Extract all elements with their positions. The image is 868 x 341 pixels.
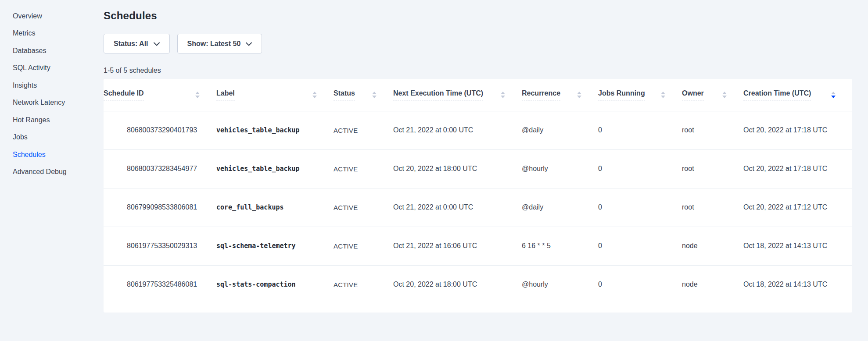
cell-next-execution-time: Oct 20, 2022 at 18:00 UTC bbox=[393, 265, 522, 304]
cell-schedule-id: 806197753350029313 bbox=[104, 227, 216, 265]
cell-creation-time: Oct 20, 2022 at 17:18 UTC bbox=[743, 149, 852, 188]
chevron-down-icon bbox=[246, 40, 252, 48]
results-count: 1-5 of 5 schedules bbox=[104, 67, 852, 75]
column-header[interactable]: Next Execution Time (UTC) bbox=[393, 79, 522, 111]
sort-arrows-icon[interactable] bbox=[577, 92, 581, 98]
table-row: 806799098533806081 core_full_backups ACT… bbox=[104, 188, 852, 227]
column-header-label: Next Execution Time (UTC) bbox=[393, 89, 483, 100]
sidebar-item[interactable]: Network Latency bbox=[13, 94, 104, 112]
cell-recurrence: @daily bbox=[522, 188, 598, 227]
sidebar-item[interactable]: Insights bbox=[13, 77, 104, 94]
column-header[interactable]: Creation Time (UTC) bbox=[743, 79, 852, 111]
sort-arrows-icon[interactable] bbox=[661, 92, 665, 98]
sort-arrows-icon[interactable] bbox=[372, 92, 377, 98]
cell-label: vehicles_table_backup bbox=[216, 149, 334, 188]
sidebar-item[interactable]: Advanced Debug bbox=[13, 163, 104, 181]
cell-recurrence: @daily bbox=[522, 111, 598, 149]
show-filter-dropdown[interactable]: Show: Latest 50 bbox=[177, 34, 262, 53]
sort-asc-arrow-icon bbox=[501, 92, 505, 94]
sidebar-nav-list: Overview Metrics Databases SQL Activity … bbox=[13, 7, 104, 181]
column-header-label: Label bbox=[216, 89, 235, 100]
sort-arrows-icon[interactable] bbox=[722, 92, 727, 98]
sort-asc-arrow-icon bbox=[831, 92, 836, 94]
sort-desc-arrow-icon bbox=[661, 96, 665, 98]
cell-recurrence: @hourly bbox=[522, 149, 598, 188]
cell-jobs-running: 0 bbox=[598, 227, 682, 265]
cell-jobs-running: 0 bbox=[598, 188, 682, 227]
sort-arrows-icon[interactable] bbox=[195, 92, 200, 98]
table-header: Schedule ID Label bbox=[104, 79, 852, 111]
table-row: 806197753325486081 sql-stats-compaction … bbox=[104, 265, 852, 304]
cell-schedule-id: 806800373283454977 bbox=[104, 149, 216, 188]
main-content: Schedules Status: All Show: Latest 50 bbox=[104, 0, 868, 341]
page-title: Schedules bbox=[104, 10, 852, 22]
cell-status: ACTIVE bbox=[334, 265, 393, 304]
sort-desc-arrow-icon bbox=[195, 96, 200, 98]
cell-owner: node bbox=[682, 265, 743, 304]
sort-arrows-icon[interactable] bbox=[312, 92, 317, 98]
sidebar-item[interactable]: Databases bbox=[13, 42, 104, 60]
column-header[interactable]: Jobs Running bbox=[598, 79, 682, 111]
sidebar-item[interactable]: Hot Ranges bbox=[13, 111, 104, 129]
cell-next-execution-time: Oct 21, 2022 at 16:06 UTC bbox=[393, 227, 522, 265]
sort-desc-arrow-icon bbox=[312, 96, 317, 98]
column-header[interactable]: Status bbox=[334, 79, 393, 111]
sidebar-item[interactable]: Overview bbox=[13, 7, 104, 25]
sort-asc-arrow-icon bbox=[661, 92, 665, 94]
cell-creation-time: Oct 18, 2022 at 14:13 UTC bbox=[743, 265, 852, 304]
cell-schedule-id: 806197753325486081 bbox=[104, 265, 216, 304]
cell-owner: root bbox=[682, 188, 743, 227]
cell-label: sql-schema-telemetry bbox=[216, 227, 334, 265]
column-header[interactable]: Recurrence bbox=[522, 79, 598, 111]
sort-desc-arrow-icon bbox=[831, 96, 836, 98]
column-header-label: Jobs Running bbox=[598, 89, 645, 100]
sidebar: Overview Metrics Databases SQL Activity … bbox=[0, 0, 104, 341]
cell-status: ACTIVE bbox=[334, 111, 393, 149]
sort-desc-arrow-icon bbox=[501, 96, 505, 98]
cell-recurrence: @hourly bbox=[522, 265, 598, 304]
cell-jobs-running: 0 bbox=[598, 111, 682, 149]
column-header[interactable]: Owner bbox=[682, 79, 743, 111]
cell-jobs-running: 0 bbox=[598, 265, 682, 304]
cell-creation-time: Oct 20, 2022 at 17:12 UTC bbox=[743, 188, 852, 227]
table-row: 806800373290401793 vehicles_table_backup… bbox=[104, 111, 852, 149]
sort-desc-arrow-icon bbox=[722, 96, 727, 98]
show-filter-label: Show: Latest 50 bbox=[187, 40, 241, 48]
cell-label: vehicles_table_backup bbox=[216, 111, 334, 149]
sort-arrows-icon[interactable] bbox=[501, 92, 505, 98]
cell-recurrence: 6 16 * * 5 bbox=[522, 227, 598, 265]
column-header-label: Recurrence bbox=[522, 89, 560, 100]
column-header-label: Schedule ID bbox=[104, 89, 144, 100]
sort-asc-arrow-icon bbox=[312, 92, 317, 94]
table-body: 806800373290401793 vehicles_table_backup… bbox=[104, 111, 852, 304]
sort-desc-arrow-icon bbox=[577, 96, 581, 98]
cell-next-execution-time: Oct 21, 2022 at 0:00 UTC bbox=[393, 111, 522, 149]
cell-next-execution-time: Oct 21, 2022 at 0:00 UTC bbox=[393, 188, 522, 227]
cell-schedule-id: 806799098533806081 bbox=[104, 188, 216, 227]
cell-creation-time: Oct 18, 2022 at 14:13 UTC bbox=[743, 227, 852, 265]
cell-next-execution-time: Oct 20, 2022 at 18:00 UTC bbox=[393, 149, 522, 188]
sort-arrows-icon[interactable] bbox=[831, 92, 836, 98]
sort-asc-arrow-icon bbox=[372, 92, 377, 94]
sort-desc-arrow-icon bbox=[372, 96, 377, 98]
table-row: 806197753350029313 sql-schema-telemetry … bbox=[104, 227, 852, 265]
app-root: Overview Metrics Databases SQL Activity … bbox=[0, 0, 868, 341]
cell-owner: root bbox=[682, 149, 743, 188]
sidebar-item[interactable]: Metrics bbox=[13, 25, 104, 43]
sort-asc-arrow-icon bbox=[722, 92, 727, 94]
column-header-label: Status bbox=[334, 89, 355, 100]
sidebar-item[interactable]: SQL Activity bbox=[13, 60, 104, 77]
cell-schedule-id: 806800373290401793 bbox=[104, 111, 216, 149]
sidebar-item[interactable]: Schedules bbox=[13, 146, 104, 163]
cell-status: ACTIVE bbox=[334, 188, 393, 227]
column-header-label: Creation Time (UTC) bbox=[743, 89, 811, 100]
status-filter-dropdown[interactable]: Status: All bbox=[104, 34, 170, 53]
cell-status: ACTIVE bbox=[334, 227, 393, 265]
sidebar-item[interactable]: Jobs bbox=[13, 129, 104, 146]
cell-status: ACTIVE bbox=[334, 149, 393, 188]
column-header[interactable]: Label bbox=[216, 79, 334, 111]
column-header[interactable]: Schedule ID bbox=[104, 79, 216, 111]
sort-asc-arrow-icon bbox=[577, 92, 581, 94]
status-filter-label: Status: All bbox=[114, 40, 148, 48]
sort-asc-arrow-icon bbox=[195, 92, 200, 94]
